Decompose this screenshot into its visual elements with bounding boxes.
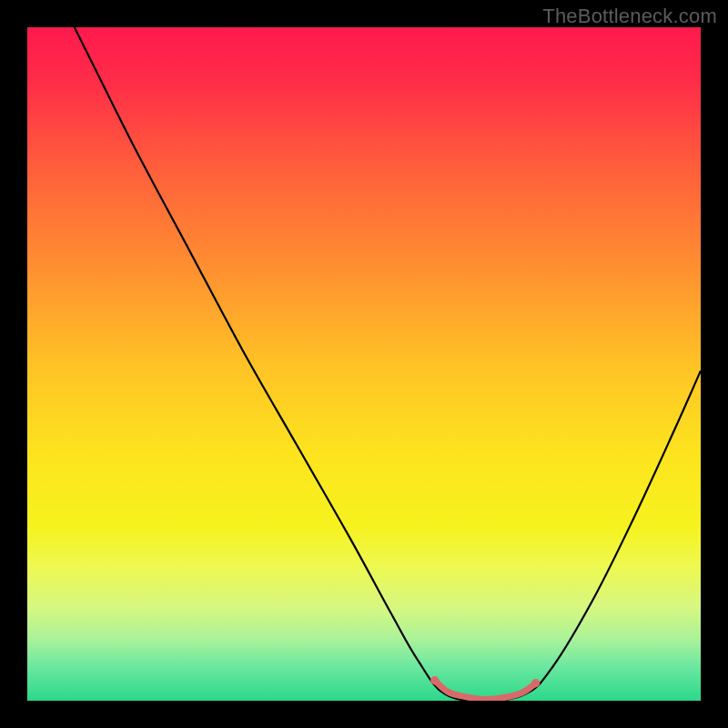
watermark-text: TheBottleneck.com — [542, 5, 717, 28]
bottleneck-chart — [27, 27, 701, 701]
optimal-band-dot — [430, 676, 439, 684]
chart-background-gradient — [27, 27, 701, 701]
chart-frame — [27, 27, 701, 701]
optimal-band-dot — [531, 679, 540, 687]
